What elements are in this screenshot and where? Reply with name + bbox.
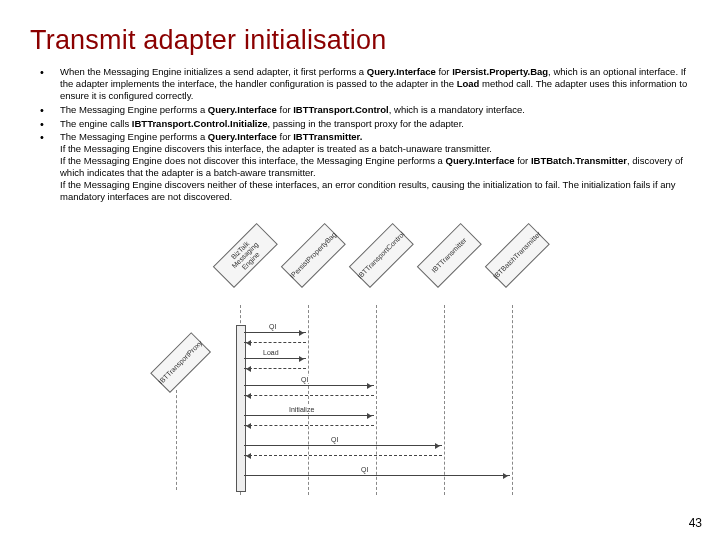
arrow-qi-batch xyxy=(244,475,510,476)
sequence-diagram: BizTalk Messaging Engine IPersistPropert… xyxy=(200,270,600,500)
lifeline-ctrl xyxy=(376,305,377,495)
text: for xyxy=(436,66,452,77)
lifeline-batch xyxy=(512,305,513,495)
page-number: 43 xyxy=(689,516,702,530)
bold-text: Query.Interface xyxy=(208,104,277,115)
bold-text: Query.Interface xyxy=(208,131,277,142)
text: for xyxy=(277,104,293,115)
text: If the Messaging Engine discovers neithe… xyxy=(60,179,676,202)
arrow-load xyxy=(244,358,306,359)
bullet-3: The engine calls IBTTransport.Control.In… xyxy=(30,118,690,130)
bold-text: IBTTransmitter. xyxy=(293,131,362,142)
label-qi: QI xyxy=(268,323,277,330)
label-qi-ctrl: QI xyxy=(300,376,309,383)
text: If the Messaging Engine discovers this i… xyxy=(60,143,492,154)
arrow-initialize-return xyxy=(244,425,374,426)
slide-title: Transmit adapter initialisation xyxy=(30,25,690,56)
head-bag: IPersistPropertyBag xyxy=(281,223,346,288)
label-load: Load xyxy=(262,349,280,356)
text: If the Messaging Engine does not discove… xyxy=(60,155,446,166)
head-engine: BizTalk Messaging Engine xyxy=(213,223,278,288)
bold-text: IBTBatch.Transmitter xyxy=(531,155,627,166)
lifeline-tx xyxy=(444,305,445,495)
arrow-qi-ctrl-return xyxy=(244,395,374,396)
text: The Messaging Engine performs a xyxy=(60,104,208,115)
head-ctrl: IBTTransportControl xyxy=(349,223,414,288)
label-initialize: Initialize xyxy=(288,406,315,413)
bold-text: Query.Interface xyxy=(367,66,436,77)
text: When the Messaging Engine initializes a … xyxy=(60,66,367,77)
text: for xyxy=(515,155,531,166)
text: , which is a mandatory interface. xyxy=(389,104,525,115)
text: The Messaging Engine performs a xyxy=(60,131,208,142)
arrow-qi-tx xyxy=(244,445,442,446)
bullet-4: The Messaging Engine performs a Query.In… xyxy=(30,131,690,202)
bold-text: IPersist.Property.Bag xyxy=(452,66,548,77)
text: , passing in the transport proxy for the… xyxy=(267,118,463,129)
arrow-initialize xyxy=(244,415,374,416)
bullet-2: The Messaging Engine performs a Query.In… xyxy=(30,104,690,116)
lifeline-proxy xyxy=(176,390,177,490)
slide: Transmit adapter initialisation When the… xyxy=(0,0,720,540)
bold-text: Query.Interface xyxy=(446,155,515,166)
head-tx: IBTTransmitter xyxy=(417,223,482,288)
arrow-qi-tx-return xyxy=(244,455,442,456)
arrow-load-return xyxy=(244,368,306,369)
lifeline-bag xyxy=(308,305,309,495)
arrow-qi-bag xyxy=(244,332,306,333)
bold-text: IBTTransport.Control xyxy=(293,104,389,115)
bullet-1: When the Messaging Engine initializes a … xyxy=(30,66,690,102)
text: The engine calls xyxy=(60,118,132,129)
bold-text: Load xyxy=(457,78,480,89)
label-qi-tx: QI xyxy=(330,436,339,443)
label-qi-batch: QI xyxy=(360,466,369,473)
text: for xyxy=(277,131,293,142)
arrow-qi-ctrl xyxy=(244,385,374,386)
arrow-qi-bag-return xyxy=(244,342,306,343)
bullet-list: When the Messaging Engine initializes a … xyxy=(30,66,690,203)
bold-text: IBTTransport.Control.Initialize xyxy=(132,118,268,129)
activation-engine xyxy=(236,325,246,492)
head-proxy: IBTTransportProxy xyxy=(150,332,211,393)
head-batch: IBTBatchTransmitter xyxy=(485,223,550,288)
